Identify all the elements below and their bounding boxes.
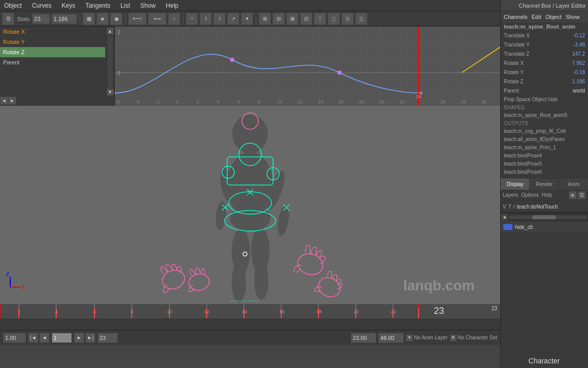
timeline-svg[interactable]: 2 4 6 8 10 12 14 16 18 20 22 <box>0 304 500 318</box>
layers-btn[interactable]: Layers <box>503 192 518 198</box>
nav-left-btn[interactable]: ◄ <box>0 97 8 105</box>
shapes-section: SHAPES <box>501 103 588 111</box>
svg-text:0: 0 <box>117 71 120 76</box>
svg-text:-2: -2 <box>156 99 160 104</box>
output-3[interactable]: teach:bindPose4 <box>501 151 588 159</box>
prop-translate-y[interactable]: Translate Y -3.48 <box>501 40 588 49</box>
menu-object[interactable]: Object <box>2 1 24 10</box>
svg-text:20: 20 <box>354 309 359 314</box>
output-0[interactable]: teach:m_cog_prop_IK_Cntr <box>501 127 588 135</box>
tb-btn-17[interactable]: ⌷ <box>328 13 340 25</box>
prop-rotate-y[interactable]: Rotate Y -0.18 <box>501 67 588 77</box>
menu-help[interactable]: Help <box>164 1 181 10</box>
svg-text:10: 10 <box>277 99 282 104</box>
tb-btn-15[interactable]: ⊡ <box>300 13 312 25</box>
tab-render[interactable]: Render <box>530 178 559 190</box>
anim-layer-dropdown-btn[interactable]: ▼ <box>406 334 413 341</box>
tb-btn-5[interactable]: ⟺ <box>148 13 166 25</box>
menu-keys[interactable]: Keys <box>60 1 78 10</box>
show-channels-btn[interactable]: Show <box>566 14 580 20</box>
layer-icon-1[interactable]: ⊕ <box>569 191 577 199</box>
viewport-inner: Z X lanqb.com <box>0 106 500 304</box>
character-bottom-label: Character <box>500 353 588 368</box>
output-1[interactable]: teach:all_anim_ifDynParen <box>501 135 588 143</box>
tb-btn-12[interactable]: ⊞ <box>259 13 271 25</box>
help-layers-btn[interactable]: Help <box>542 192 552 198</box>
play-fwd-btn[interactable]: ►| <box>85 333 95 343</box>
channels-btn[interactable]: Channels <box>504 14 527 20</box>
tb-btn-8[interactable]: ⌇ <box>200 13 212 25</box>
tb-btn-10[interactable]: ↗ <box>227 13 239 25</box>
tab-anim[interactable]: Anim <box>559 178 588 190</box>
svg-rect-65 <box>0 304 500 318</box>
stats-label: Stats <box>17 16 30 22</box>
playback-controls-2: ► ►| <box>74 333 95 343</box>
tb-btn-4[interactable]: ⟵↕ <box>128 13 146 25</box>
tb-btn-2[interactable]: ◈ <box>96 13 109 25</box>
stats-input[interactable] <box>32 14 50 24</box>
end-frame-input[interactable] <box>97 333 118 343</box>
output-5[interactable]: teach:bindPose6 <box>501 168 588 176</box>
output-4[interactable]: teach:bindPose5 <box>501 159 588 168</box>
svg-text:12: 12 <box>298 99 303 104</box>
channel-rotate-y[interactable]: Rotate Y <box>0 37 114 47</box>
scroll-up-btn[interactable]: ▲ <box>107 28 114 35</box>
right-scroll-left-btn[interactable]: ◄ <box>501 214 508 221</box>
svg-text:26: 26 <box>440 99 446 104</box>
layer-name-label: teach:doNotTouch <box>517 204 586 210</box>
output-2[interactable]: teach:m_spine_Prim_1 <box>501 143 588 151</box>
layer-color-swatch <box>503 223 513 231</box>
prop-parent[interactable]: Parent world <box>501 86 588 95</box>
prop-translate-z[interactable]: Translate Z 147.2 <box>501 49 588 58</box>
nav-right-btn[interactable]: ► <box>8 97 16 105</box>
play-back-btn[interactable]: |◄ <box>28 333 38 343</box>
edit-btn[interactable]: Edit <box>531 14 541 20</box>
toolbar-menu-btn[interactable]: ☰ <box>2 13 14 25</box>
tb-btn-9[interactable]: ⌇ <box>213 13 226 25</box>
channel-rotate-z[interactable]: Rotate Z <box>0 47 114 57</box>
options-row: Layers Options Help ⊕ ☰ <box>501 190 588 201</box>
tb-btn-13[interactable]: ⊟ <box>273 13 285 25</box>
layer-icon-2[interactable]: ☰ <box>578 191 586 199</box>
tb-btn-7[interactable]: ~ <box>186 13 198 25</box>
display-render-anim-tabs: Display Render Anim <box>501 178 588 190</box>
range-end-input[interactable] <box>378 333 404 343</box>
start-frame-input[interactable] <box>3 333 26 343</box>
range-start-input[interactable] <box>351 333 376 343</box>
tb-btn-19[interactable]: ⌹ <box>355 13 368 25</box>
tb-btn-16[interactable]: ⌶ <box>314 13 326 25</box>
menu-tangents[interactable]: Tangents <box>83 1 112 10</box>
menu-curves[interactable]: Curves <box>30 1 54 10</box>
prop-translate-x[interactable]: Translate X -0.12 <box>501 31 588 40</box>
object-btn[interactable]: Object <box>545 14 561 20</box>
tb-btn-6[interactable]: ↕ <box>168 13 180 25</box>
svg-text:-4: -4 <box>135 99 139 104</box>
prev-frame-btn[interactable]: ◄ <box>39 333 50 343</box>
tb-btn-11[interactable]: ✦ <box>241 13 253 25</box>
menu-list[interactable]: List <box>118 1 132 10</box>
prop-rotate-x[interactable]: Rotate X 7.962 <box>501 58 588 67</box>
svg-text:22: 22 <box>400 99 405 104</box>
tab-display[interactable]: Display <box>501 178 530 190</box>
character-svg: Z X <box>0 106 500 304</box>
channel-parent[interactable]: Parent <box>0 57 114 67</box>
outputs-section: OUTPUTS <box>501 119 588 127</box>
channel-rotate-x[interactable]: Rotate X <box>0 27 114 37</box>
tb-btn-18[interactable]: ⌸ <box>341 13 354 25</box>
tb-btn-14[interactable]: ⊠ <box>286 13 299 25</box>
value-input[interactable] <box>52 14 77 24</box>
tb-btn-3[interactable]: ◉ <box>110 13 122 25</box>
menu-show[interactable]: Show <box>138 1 158 10</box>
options-btn[interactable]: Options <box>521 192 538 198</box>
svg-text:18: 18 <box>359 99 364 104</box>
current-frame-input[interactable] <box>52 333 72 343</box>
next-frame-btn[interactable]: ► <box>74 333 84 343</box>
shapes-item[interactable]: teach:m_spine_Root_anim5 <box>501 111 588 119</box>
viewport[interactable]: Z X lanqb.com <box>0 106 500 304</box>
prop-rotate-z[interactable]: Rotate Z 1.186 <box>501 77 588 86</box>
layer-item-name[interactable]: hide_ctl <box>515 224 532 230</box>
right-scroll-track[interactable] <box>509 215 587 219</box>
char-dropdown-btn[interactable]: ▼ <box>450 334 457 341</box>
scroll-down-btn[interactable]: ▼ <box>107 88 114 96</box>
tb-btn-1[interactable]: ▦ <box>83 13 95 25</box>
